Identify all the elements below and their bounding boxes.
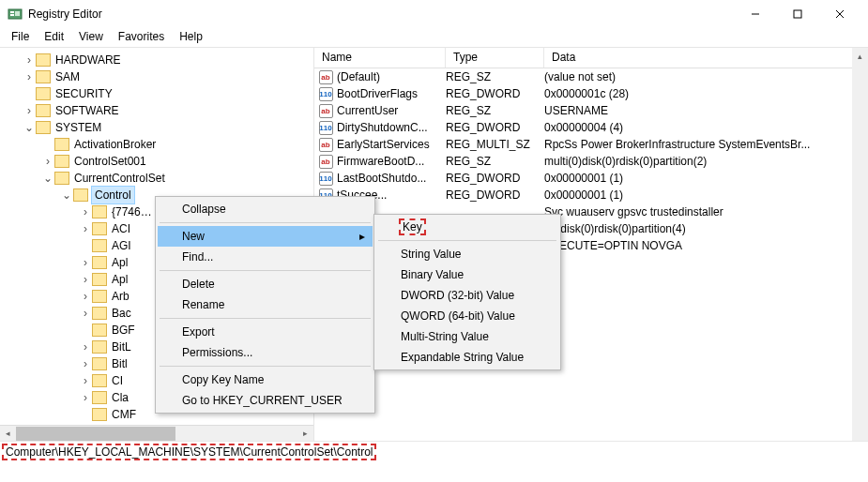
tree-item[interactable]: ActivationBroker [4, 136, 313, 153]
value-name: DirtyShutdownC... [337, 121, 446, 134]
ctx-new[interactable]: New▸ [158, 226, 373, 247]
ctx-find[interactable]: Find... [158, 247, 373, 267]
ctx-permissions[interactable]: Permissions... [158, 342, 373, 363]
expander-icon[interactable]: › [79, 339, 92, 355]
status-path: Computer\HKEY_LOCAL_MACHINE\SYSTEM\Curre… [2, 444, 376, 460]
scroll-right-button[interactable]: ▸ [297, 426, 313, 442]
menu-view[interactable]: View [73, 28, 109, 47]
expander-icon[interactable]: ⌄ [60, 187, 73, 203]
scroll-up-button[interactable]: ▴ [852, 48, 868, 64]
ctx-new-multi[interactable]: Multi-String Value [376, 326, 558, 347]
folder-icon [92, 205, 107, 218]
value-data: USERNAME [544, 104, 868, 117]
folder-icon [92, 374, 107, 387]
tree-label: SECURITY [53, 85, 114, 102]
value-name: FirmwareBootD... [337, 155, 446, 168]
ctx-new-expand[interactable]: Expandable String Value [376, 347, 558, 368]
folder-icon [54, 138, 69, 151]
list-row[interactable]: ab(Default)REG_SZ(value not set) [314, 68, 868, 85]
tree-item[interactable]: ›SOFTWARE [4, 102, 313, 119]
folder-icon [92, 391, 107, 404]
chevron-right-icon: ▸ [359, 230, 365, 243]
list-row[interactable]: 110BootDriverFlagsREG_DWORD0x0000001c (2… [314, 85, 868, 102]
ctx-export[interactable]: Export [158, 322, 373, 342]
value-str-icon: ab [319, 138, 333, 152]
maximize-button[interactable] [776, 0, 818, 28]
menu-file[interactable]: File [6, 28, 35, 47]
value-type: REG_DWORD [446, 121, 544, 134]
expander-icon[interactable]: › [79, 271, 92, 288]
expander-icon[interactable]: › [79, 389, 92, 406]
value-str-icon: ab [319, 70, 333, 84]
list-row[interactable]: abCurrentUserREG_SZUSERNAME [314, 102, 868, 119]
folder-icon [54, 172, 69, 185]
ctx-new-string[interactable]: String Value [376, 244, 558, 264]
tree-item[interactable]: ›HARDWARE [4, 52, 313, 68]
expander-icon[interactable]: › [79, 355, 92, 372]
expander-icon[interactable]: › [79, 305, 92, 322]
list-row[interactable]: 110DirtyShutdownC...REG_DWORD0x00000004 … [314, 119, 868, 136]
ctx-rename[interactable]: Rename [158, 294, 373, 315]
tree-label: CurrentControlSet [72, 170, 167, 187]
list-row[interactable]: abFirmwareBootD...REG_SZmulti(0)disk(0)r… [314, 153, 868, 170]
tree-label: SAM [53, 68, 82, 85]
scroll-left-button[interactable]: ◂ [0, 426, 16, 442]
new-submenu: Key String Value Binary Value DWORD (32-… [373, 214, 561, 370]
list-row[interactable]: 110 tSuccee...REG_DWORD0x00000001 (1) [314, 187, 868, 203]
expander-icon[interactable]: › [79, 372, 92, 389]
folder-icon [92, 324, 107, 337]
value-bin-icon: 110 [319, 172, 333, 186]
column-data[interactable]: Data [544, 48, 868, 68]
expander-icon[interactable]: › [23, 52, 36, 68]
scroll-thumb[interactable] [16, 427, 175, 441]
ctx-new-dword[interactable]: DWORD (32-bit) Value [376, 285, 558, 306]
folder-icon [92, 290, 107, 303]
minimize-button[interactable] [734, 0, 776, 28]
expander-icon[interactable]: › [23, 102, 36, 119]
expander-icon[interactable]: › [79, 288, 92, 305]
list-row[interactable]: 110LastBootShutdo...REG_DWORD0x00000001 … [314, 170, 868, 187]
value-data: multi(0)disk(0)rdisk(0)partition(2) [544, 155, 868, 168]
ctx-collapse[interactable]: Collapse [158, 199, 373, 219]
ctx-goto[interactable]: Go to HKEY_CURRENT_USER [158, 390, 373, 411]
column-type[interactable]: Type [446, 48, 544, 68]
menu-edit[interactable]: Edit [38, 28, 69, 47]
expander-icon[interactable]: › [79, 203, 92, 220]
vertical-scrollbar-list[interactable]: ▴ [852, 48, 868, 441]
ctx-new-qword[interactable]: QWORD (64-bit) Value [376, 306, 558, 326]
tree-label: AGI [110, 237, 133, 254]
ctx-new-binary[interactable]: Binary Value [376, 264, 558, 285]
value-data: 0x00000001 (1) [544, 188, 868, 202]
expander-icon[interactable]: ⌄ [41, 170, 54, 187]
tree-label: ControlSet001 [72, 153, 148, 170]
expander-icon[interactable]: › [23, 68, 36, 85]
window-title: Registry Editor [28, 8, 734, 21]
horizontal-scrollbar[interactable]: ◂ ▸ [0, 425, 313, 441]
folder-icon [36, 121, 51, 134]
tree-item[interactable]: SECURITY [4, 85, 313, 102]
svg-rect-3 [15, 11, 20, 16]
tree-label: CI [110, 372, 125, 389]
svg-rect-1 [10, 11, 14, 13]
menu-help[interactable]: Help [174, 28, 208, 47]
tree-item[interactable]: ⌄SYSTEM [4, 119, 313, 136]
expander-icon[interactable]: ⌄ [23, 119, 36, 136]
menu-favorites[interactable]: Favorites [113, 28, 170, 47]
tree-item[interactable]: ⌄CurrentControlSet [4, 170, 313, 187]
ctx-copy-key[interactable]: Copy Key Name [158, 369, 373, 390]
tree-item[interactable]: ›SAM [4, 68, 313, 85]
ctx-delete[interactable]: Delete [158, 274, 373, 294]
list-row[interactable]: abEarlyStartServicesREG_MULTI_SZRpcSs Po… [314, 136, 868, 153]
expander-icon[interactable]: › [41, 153, 54, 170]
expander-icon[interactable]: › [79, 220, 92, 237]
ctx-new-key[interactable]: Key [376, 217, 558, 237]
value-bin-icon: 110 [319, 87, 333, 101]
tree-label: Bitl [110, 355, 129, 372]
tree-item[interactable]: ›ControlSet001 [4, 153, 313, 170]
value-data: EXECUTE=OPTIN NOVGA [544, 239, 868, 252]
column-name[interactable]: Name [314, 48, 446, 68]
tree-label: Arb [110, 288, 131, 305]
expander-icon[interactable]: › [79, 254, 92, 271]
folder-icon [36, 53, 51, 67]
close-button[interactable] [818, 0, 860, 28]
